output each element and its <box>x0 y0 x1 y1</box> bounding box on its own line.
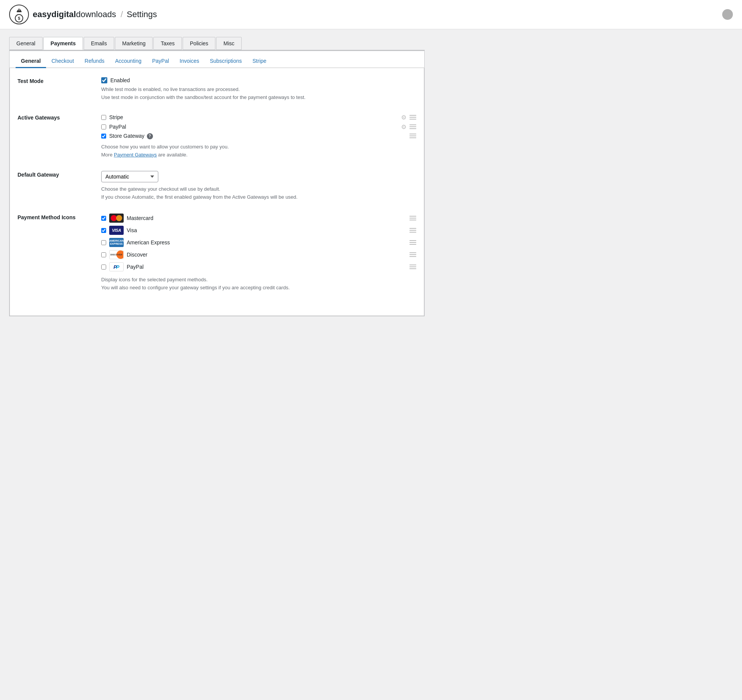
gateway-stripe-gear-icon[interactable]: ⚙ <box>401 114 406 121</box>
test-mode-desc-line1: While test mode is enabled, no live tran… <box>101 86 240 92</box>
gateway-paypal-checkbox[interactable] <box>101 124 106 129</box>
tab-secondary-stripe[interactable]: Stripe <box>247 55 272 68</box>
discover-checkbox[interactable] <box>101 252 106 257</box>
test-mode-label: Test Mode <box>18 77 101 84</box>
tab-secondary-invoices[interactable]: Invoices <box>174 55 204 68</box>
payment-method-discover: DISCOVER Discover <box>101 250 416 259</box>
gateway-stripe-actions: ⚙ <box>401 114 416 121</box>
main-content: General Payments Emails Marketing Taxes … <box>0 29 434 324</box>
tab-secondary-general[interactable]: General <box>16 55 46 68</box>
gateway-store-label[interactable]: Store Gateway ? <box>109 133 406 139</box>
discover-drag-icon[interactable] <box>409 252 416 257</box>
mastercard-drag-icon[interactable] <box>409 216 416 220</box>
active-gateways-label: Active Gateways <box>18 114 101 121</box>
payment-method-desc-line2: You will also need to configure your gat… <box>101 285 290 290</box>
payment-method-amex: AMERICANEXPRESS American Express <box>101 238 416 247</box>
mastercard-checkbox[interactable] <box>101 216 106 221</box>
paypal-icon-label[interactable]: PayPal <box>127 264 406 270</box>
paypal-icon: PP <box>109 262 124 271</box>
gateway-store-actions <box>409 134 416 138</box>
gateway-paypal: PayPal ⚙ <box>101 123 416 131</box>
mastercard-label[interactable]: Mastercard <box>127 215 406 221</box>
active-gateways-desc-suffix: are available. <box>157 152 188 158</box>
test-mode-row: Test Mode Enabled While test mode is ena… <box>18 77 416 102</box>
active-gateways-desc-prefix: More <box>101 152 114 158</box>
gateway-paypal-drag-icon[interactable] <box>409 124 416 129</box>
svg-text:$: $ <box>18 16 20 21</box>
header: ⛰ $ easydigitaldownloads / Settings <box>0 0 742 29</box>
test-mode-checkbox-row: Enabled <box>101 77 416 83</box>
app-name-light: downloads <box>76 10 116 19</box>
visa-checkbox[interactable] <box>101 228 106 233</box>
active-gateways-desc-line1: Choose how you want to allow your custom… <box>101 144 229 150</box>
test-mode-desc-line2: Use test mode in conjunction with the sa… <box>101 94 306 100</box>
tab-secondary-accounting[interactable]: Accounting <box>110 55 146 68</box>
tab-secondary-checkout[interactable]: Checkout <box>46 55 79 68</box>
gateway-stripe-drag-icon[interactable] <box>409 115 416 120</box>
payment-method-visa: VISA Visa <box>101 226 416 235</box>
test-mode-checkbox[interactable] <box>101 77 107 83</box>
amex-icon: AMERICANEXPRESS <box>109 238 124 247</box>
tab-policies[interactable]: Policies <box>183 37 215 50</box>
active-gateways-description: Choose how you want to allow your custom… <box>101 143 416 159</box>
tab-taxes[interactable]: Taxes <box>153 37 182 50</box>
store-gateway-help-icon[interactable]: ? <box>147 133 153 139</box>
visa-label[interactable]: Visa <box>127 227 406 233</box>
mastercard-icon <box>109 214 124 223</box>
tab-payments[interactable]: Payments <box>43 37 83 50</box>
active-gateways-control: Stripe ⚙ PayPal <box>101 114 416 159</box>
app-name: easydigitaldownloads / Settings <box>33 10 157 19</box>
gateway-paypal-gear-icon[interactable]: ⚙ <box>401 123 406 131</box>
tab-secondary-refunds[interactable]: Refunds <box>79 55 110 68</box>
gateway-paypal-label[interactable]: PayPal <box>109 124 398 130</box>
amex-label[interactable]: American Express <box>127 239 406 246</box>
amex-checkbox[interactable] <box>101 240 106 245</box>
tab-emails[interactable]: Emails <box>84 37 114 50</box>
title-divider: / <box>121 10 123 19</box>
test-mode-control: Enabled While test mode is enabled, no l… <box>101 77 416 102</box>
default-gateway-desc-line1: Choose the gateway your checkout will us… <box>101 186 220 192</box>
paypal-drag-icon[interactable] <box>409 265 416 269</box>
paypal-icon-checkbox[interactable] <box>101 265 106 269</box>
payment-method-mastercard: Mastercard <box>101 214 416 223</box>
tabs-primary: General Payments Emails Marketing Taxes … <box>9 37 425 50</box>
default-gateway-description: Choose the gateway your checkout will us… <box>101 185 416 201</box>
tab-secondary-subscriptions[interactable]: Subscriptions <box>204 55 247 68</box>
gateway-store-drag-icon[interactable] <box>409 134 416 138</box>
tab-general[interactable]: General <box>9 37 43 50</box>
tab-secondary-paypal[interactable]: PayPal <box>147 55 174 68</box>
active-gateways-row: Active Gateways Stripe ⚙ <box>18 114 416 159</box>
default-gateway-desc-line2: If you choose Automatic, the first enabl… <box>101 194 298 200</box>
visa-icon: VISA <box>109 226 124 235</box>
svg-text:⛰: ⛰ <box>16 7 22 13</box>
avatar[interactable] <box>722 9 733 20</box>
default-gateway-row: Default Gateway Automatic Stripe PayPal … <box>18 171 416 201</box>
tabs-secondary: General Checkout Refunds Accounting PayP… <box>10 51 424 68</box>
payment-method-icons-control: Mastercard VISA Visa <box>101 214 416 292</box>
payment-method-icons-row: Payment Method Icons Mastercard <box>18 214 416 292</box>
visa-drag-icon[interactable] <box>409 228 416 233</box>
discover-label[interactable]: Discover <box>127 252 406 258</box>
default-gateway-select[interactable]: Automatic Stripe PayPal Store Gateway <box>101 171 158 182</box>
amex-drag-icon[interactable] <box>409 240 416 245</box>
gateway-paypal-actions: ⚙ <box>401 123 416 131</box>
gateway-stripe-label[interactable]: Stripe <box>109 114 398 120</box>
tab-marketing[interactable]: Marketing <box>115 37 153 50</box>
gateway-store: Store Gateway ? <box>101 133 416 139</box>
payment-method-icons-description: Display icons for the selected payment m… <box>101 276 416 292</box>
default-gateway-label: Default Gateway <box>18 171 101 178</box>
page-title: Settings <box>127 10 157 19</box>
tab-misc[interactable]: Misc <box>216 37 242 50</box>
payment-gateways-link[interactable]: Payment Gateways <box>114 152 157 158</box>
settings-area: Test Mode Enabled While test mode is ena… <box>10 68 424 316</box>
gateway-store-checkbox[interactable] <box>101 134 106 139</box>
gateway-stripe: Stripe ⚙ <box>101 114 416 121</box>
gateway-stripe-checkbox[interactable] <box>101 115 106 120</box>
payment-method-desc-line1: Display icons for the selected payment m… <box>101 277 208 282</box>
test-mode-description: While test mode is enabled, no live tran… <box>101 86 416 102</box>
payment-method-icons-label: Payment Method Icons <box>18 214 101 220</box>
test-mode-checkbox-label[interactable]: Enabled <box>110 77 130 83</box>
discover-icon: DISCOVER <box>109 250 124 259</box>
payment-method-list: Mastercard VISA Visa <box>101 214 416 271</box>
logo-icon: ⛰ $ <box>9 5 29 24</box>
